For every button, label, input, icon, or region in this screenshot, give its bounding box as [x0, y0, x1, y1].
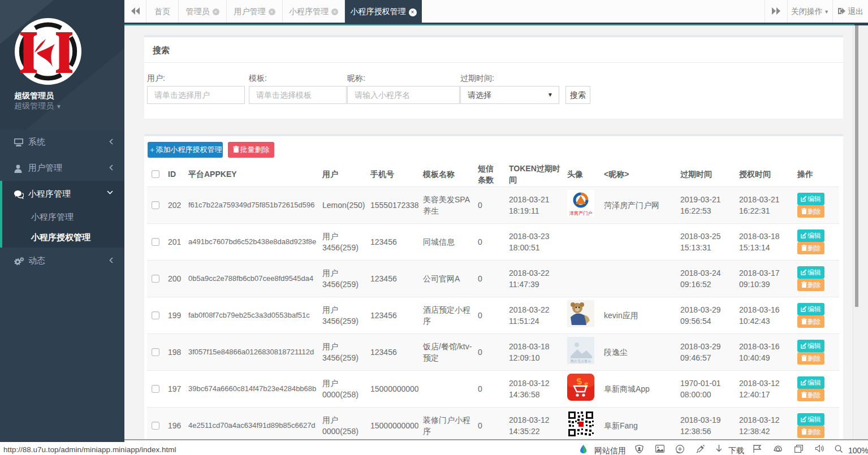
svg-text:图片无法显示: 图片无法显示 [571, 359, 591, 363]
svg-text:泽房产门户: 泽房产门户 [569, 211, 593, 216]
